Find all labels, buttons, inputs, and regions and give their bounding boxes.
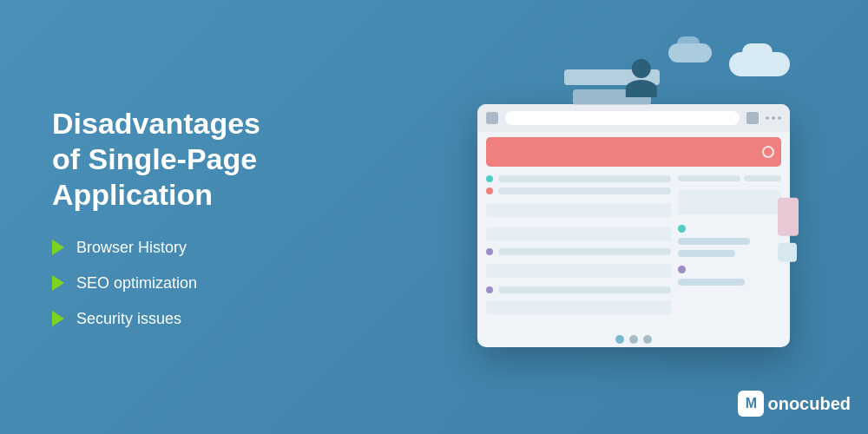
content-area [477,172,790,328]
sidebar-line-3 [678,250,734,257]
sidebar-line-2 [678,238,750,245]
content-main [486,172,671,328]
content-block-3 [486,264,671,278]
title-line1: Disadvantages [52,107,260,140]
logo-text: onocubed [767,394,851,414]
side-card-2 [778,243,797,262]
avatar-head [632,59,651,78]
side-card-1 [778,198,799,236]
list-item: Browser History [52,239,417,257]
home-icon [486,112,498,124]
content-sidebar [678,172,781,328]
line-block [498,187,671,194]
bullet-list: Browser History SEO optimization Securit… [52,239,417,328]
pagination [477,335,790,344]
arrow-icon-3 [52,311,64,326]
left-content: Disadvantages of Single-Page Application… [52,106,451,327]
dot-purple [486,248,493,255]
sidebar-top [678,175,781,181]
person-avatar [622,59,661,97]
more-options [766,116,781,120]
content-row [486,175,671,182]
dot-green [486,175,493,182]
sidebar-dot-teal [678,225,686,233]
arrow-icon-2 [52,275,64,291]
list-item: Security issues [52,310,417,328]
line-block [498,248,671,255]
main-container: Disadvantages of Single-Page Application… [0,0,868,434]
dot-purple2 [486,286,493,293]
dot-pink [486,187,493,194]
content-block-1 [486,203,671,217]
sidebar-line-4 [678,279,745,286]
logo-area: M onocubed [738,391,851,417]
sidebar-block-1 [678,190,781,214]
sidebar-dot-purple [678,266,686,273]
sidebar-line [678,175,740,181]
browser-window [477,104,790,347]
arrow-icon-1 [52,240,64,255]
star-icon [746,112,759,124]
illustration-area [451,35,816,399]
bullet-label-1: Browser History [76,239,187,257]
title-line2: of Single-Page Application [52,142,257,211]
search-icon [762,146,774,158]
content-block-2 [486,227,671,241]
logo-letter: M [746,396,757,411]
content-row [486,248,671,255]
side-cards [778,198,799,262]
browser-bar [477,104,790,132]
sidebar-line-short [744,175,781,181]
cloud-1 [729,52,790,76]
line-block [498,175,671,182]
bullet-label-2: SEO optimization [76,274,197,293]
main-title: Disadvantages of Single-Page Application [52,106,417,212]
bullet-label-3: Security issues [76,310,181,328]
list-item: SEO optimization [52,274,417,293]
search-bar [486,137,781,167]
avatar-body [626,80,657,97]
line-block [498,286,671,293]
content-block-4 [486,300,671,314]
content-row [486,286,671,293]
cloud-2 [668,43,712,62]
page-dot-3 [643,335,652,344]
content-row [486,187,671,194]
logo-box: M [738,391,764,417]
page-dot-1 [615,335,624,344]
address-bar [505,111,740,125]
page-dot-2 [629,335,638,344]
